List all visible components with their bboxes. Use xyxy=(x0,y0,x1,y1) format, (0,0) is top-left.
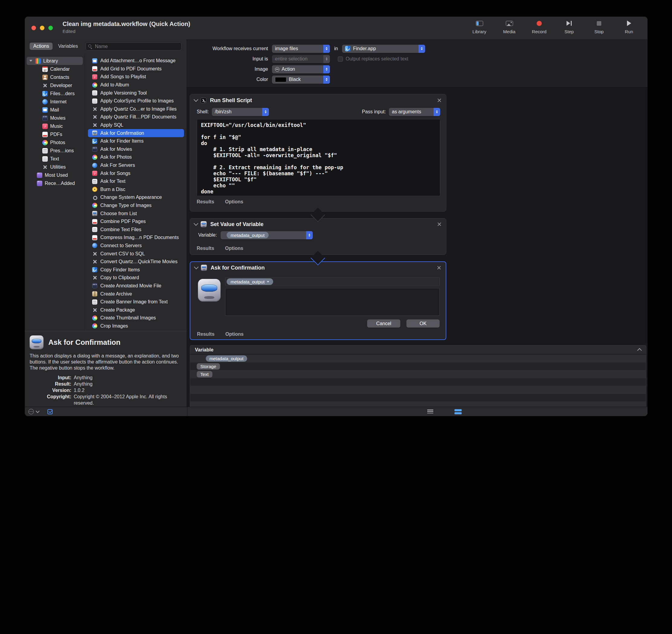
library-toolbar-button[interactable]: Library xyxy=(464,19,494,34)
action-list-item[interactable]: Convert Quartz…QuickTime Movies xyxy=(85,258,187,266)
sidebar-category-row[interactable]: Rece…Added xyxy=(25,179,85,187)
sidebar-category-row[interactable]: Files…ders xyxy=(25,90,85,98)
action-list-item[interactable]: Crop Images xyxy=(85,322,187,330)
variable-token[interactable]: metadata_output xyxy=(226,232,269,238)
action-list-item[interactable]: Ask For Servers xyxy=(85,161,187,169)
variable-pill[interactable]: metadata_output xyxy=(206,355,247,362)
action-list-item[interactable]: Apply Quartz Filt…PDF Documents xyxy=(85,113,187,121)
variable-row[interactable]: Storage xyxy=(190,362,646,370)
sidebar-category-row[interactable]: Music xyxy=(25,122,85,130)
action-list-item[interactable]: Add Songs to Playlist xyxy=(85,73,187,81)
action-menu-icon[interactable] xyxy=(28,409,34,414)
disclosure-chevron-icon[interactable] xyxy=(194,97,198,102)
confirmation-explanation-field[interactable] xyxy=(225,288,440,316)
action-list-item[interactable]: Add Grid to PDF Documents xyxy=(85,65,187,73)
sidebar-category-row[interactable]: Text xyxy=(25,155,85,163)
chevron-down-icon[interactable] xyxy=(29,60,32,62)
shell-script-editor[interactable]: EXIFTOOL="/usr/local/bin/exiftool" for f… xyxy=(197,119,440,196)
action-list-item[interactable]: Ask for Movies xyxy=(85,145,187,154)
variable-pill[interactable]: Text xyxy=(197,371,212,377)
action-list-item[interactable]: Create Thumbnail Images xyxy=(85,314,187,322)
cancel-button[interactable]: Cancel xyxy=(367,320,400,328)
sidebar-category-row[interactable]: Pres…ions xyxy=(25,146,85,155)
sidebar-category-row[interactable]: Contacts xyxy=(25,73,85,81)
variable-pill[interactable]: Storage xyxy=(197,363,220,370)
step-toolbar-button[interactable]: Step xyxy=(554,19,584,34)
action-list-item[interactable]: Convert CSV to SQL xyxy=(85,250,187,258)
action-list-item[interactable]: Apply Quartz Co…er to Image Files xyxy=(85,105,187,113)
sidebar-category-row[interactable]: Developer xyxy=(25,81,85,90)
list-view-icon[interactable] xyxy=(427,409,433,414)
action-list-item[interactable]: Apple Versioning Tool xyxy=(85,89,187,97)
results-link[interactable]: Results xyxy=(197,199,214,205)
action-list-item[interactable]: Add to Album xyxy=(85,81,187,89)
checkbox-badge-icon[interactable] xyxy=(47,409,53,414)
zoom-window-button[interactable] xyxy=(48,26,53,30)
image-popup[interactable]: Action xyxy=(272,65,330,73)
output-replaces-checkbox[interactable] xyxy=(338,56,343,62)
action-list-item[interactable]: Combine PDF Pages xyxy=(85,217,187,226)
search-field[interactable] xyxy=(86,42,182,50)
pass-input-popup[interactable]: as arguments xyxy=(389,108,440,116)
media-toolbar-button[interactable]: Media xyxy=(494,19,524,34)
action-list-item[interactable]: Create Annotated Movie File xyxy=(85,282,187,290)
action-list-item[interactable]: Ask for Photos xyxy=(85,153,187,161)
stop-toolbar-button[interactable]: Stop xyxy=(584,19,614,34)
action-list-item[interactable]: Create Package xyxy=(85,306,187,314)
close-icon[interactable] xyxy=(437,222,442,227)
close-icon[interactable] xyxy=(437,98,442,103)
sidebar-category-row[interactable]: Mail xyxy=(25,106,85,114)
record-toolbar-button[interactable]: Record xyxy=(524,19,554,34)
sidebar-category-row[interactable]: Movies xyxy=(25,114,85,122)
close-icon[interactable] xyxy=(437,265,441,270)
action-list-item[interactable]: Copy Finder Items xyxy=(85,266,187,274)
tab-actions[interactable]: Actions xyxy=(30,43,53,50)
options-link[interactable]: Options xyxy=(225,331,243,337)
disclosure-chevron-icon[interactable] xyxy=(194,265,199,269)
options-link[interactable]: Options xyxy=(225,199,243,205)
sidebar-category-row[interactable]: Internet xyxy=(25,98,85,106)
tab-variables[interactable]: Variables xyxy=(57,43,78,50)
variable-row[interactable]: metadata_output xyxy=(190,354,646,362)
action-list-item[interactable]: Apply ColorSync Profile to Images xyxy=(85,97,187,105)
disclosure-chevron-icon[interactable] xyxy=(194,221,198,226)
action-list-item[interactable]: Copy to Clipboard xyxy=(85,274,187,282)
sidebar-category-row[interactable]: Most Used xyxy=(25,171,85,179)
action-list-item[interactable]: Change Type of Images xyxy=(85,202,187,210)
chevron-down-icon[interactable] xyxy=(35,409,40,413)
action-list-item[interactable]: Create Archive xyxy=(85,290,187,298)
receives-app-popup[interactable]: Finder.app xyxy=(342,45,425,53)
action-list-item[interactable]: Add Attachment…o Front Message xyxy=(85,57,187,65)
action-list-item[interactable]: Burn a Disc xyxy=(85,186,187,194)
search-input[interactable] xyxy=(94,44,179,50)
run-toolbar-button[interactable]: Run xyxy=(614,19,644,34)
options-link[interactable]: Options xyxy=(225,246,243,251)
action-list-item[interactable]: Choose from List xyxy=(85,209,187,217)
color-popup[interactable]: Black xyxy=(272,75,330,84)
message-token[interactable]: metadata_output xyxy=(226,278,273,285)
action-list-item[interactable]: Connect to Servers xyxy=(85,242,187,250)
results-link[interactable]: Results xyxy=(197,246,214,251)
variable-row[interactable]: Text xyxy=(190,370,646,378)
sidebar-category-row[interactable]: Utilities xyxy=(25,163,85,171)
receives-type-popup[interactable]: image files xyxy=(272,45,330,53)
sidebar-category-row[interactable]: Calendar xyxy=(25,65,85,73)
sidebar-category-row[interactable]: PDFs xyxy=(25,130,85,138)
variables-panel-header[interactable]: Variable xyxy=(190,345,646,354)
ok-button[interactable]: OK xyxy=(406,320,440,328)
action-list-item[interactable]: Ask for Finder Items xyxy=(85,137,187,145)
action-list-item[interactable]: Create Banner Image from Text xyxy=(85,298,187,306)
variable-popup[interactable]: metadata_output xyxy=(221,231,313,239)
action-list-item[interactable]: Ask for Confirmation xyxy=(88,129,184,137)
workflow-view-icon[interactable] xyxy=(454,409,462,411)
chevron-up-icon[interactable] xyxy=(637,348,642,353)
confirmation-message-field[interactable]: metadata_output xyxy=(225,277,440,286)
action-list-item[interactable]: Apply SQL xyxy=(85,121,187,130)
action-list-item[interactable]: Compress Imag…n PDF Documents xyxy=(85,234,187,242)
close-window-button[interactable] xyxy=(31,26,36,30)
action-list-item[interactable]: Change System Appearance xyxy=(85,193,187,202)
action-list-item[interactable]: Combine Text Files xyxy=(85,226,187,234)
action-list-item[interactable]: Ask for Text xyxy=(85,178,187,186)
sidebar-category-row[interactable]: Library xyxy=(27,57,83,65)
action-list-item[interactable]: Ask for Songs xyxy=(85,169,187,178)
